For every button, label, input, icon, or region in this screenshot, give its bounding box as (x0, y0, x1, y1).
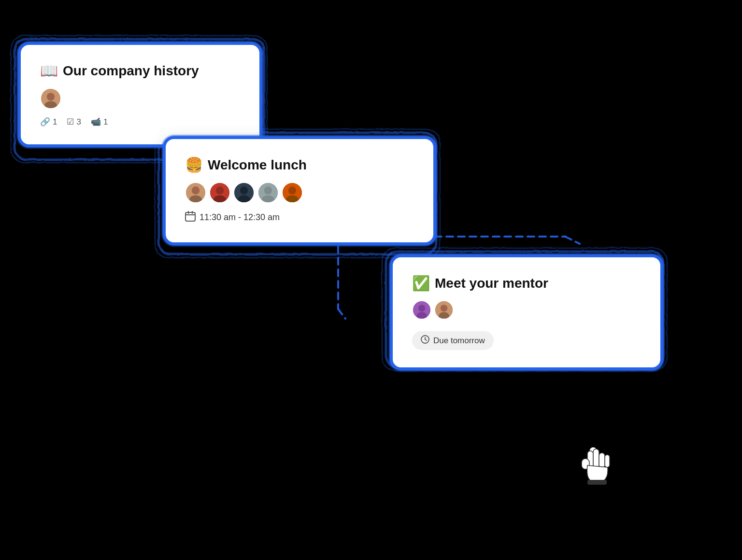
checkbox-icon: ☑ (67, 117, 74, 127)
card2-time: 11:30 am - 12:30 am (185, 211, 414, 224)
svg-rect-28 (186, 212, 195, 221)
svg-point-36 (441, 305, 447, 311)
svg-rect-42 (593, 449, 599, 468)
avatar-3-1 (412, 300, 431, 320)
card2-title: 🍔 Welcome lunch (185, 156, 414, 173)
tasks-count: ☑ 3 (67, 117, 81, 127)
svg-point-37 (439, 312, 449, 320)
avatar-2-3 (233, 182, 255, 203)
svg-rect-44 (605, 455, 610, 467)
hand-cursor (578, 444, 612, 483)
scene: 📖 Our company history 🔗 1 ☑ 3 📹 (0, 0, 742, 560)
svg-line-1 (565, 237, 580, 244)
svg-point-23 (264, 186, 272, 194)
links-value: 1 (53, 117, 57, 127)
card3-avatars (412, 300, 641, 320)
link-icon: 🔗 (40, 117, 50, 127)
video-icon: 📹 (91, 117, 101, 127)
avatar-1 (40, 88, 61, 109)
avatar-3-2 (434, 300, 454, 320)
avatar-2-4 (257, 182, 279, 203)
card3-title-text: Meet your mentor (435, 276, 548, 291)
avatar-2-5 (282, 182, 303, 203)
card1-title-text: Our company history (63, 63, 199, 79)
svg-line-40 (425, 339, 427, 340)
links-count: 🔗 1 (40, 117, 57, 127)
card2-avatars (185, 182, 414, 203)
card-meet-mentor[interactable]: ✅ Meet your mentor (391, 256, 662, 369)
card2-time-text: 11:30 am - 12:30 am (200, 212, 280, 223)
card2-emoji: 🍔 (185, 156, 203, 173)
due-text: Due tomorrow (433, 336, 485, 346)
card3-emoji: ✅ (412, 275, 430, 292)
clock-icon (421, 335, 429, 346)
svg-point-20 (240, 186, 248, 194)
svg-rect-43 (599, 453, 605, 468)
card1-meta: 🔗 1 ☑ 3 📹 1 (40, 117, 240, 127)
card-company-history[interactable]: 📖 Our company history 🔗 1 ☑ 3 📹 (19, 43, 261, 146)
card-welcome-lunch[interactable]: 🍔 Welcome lunch (164, 138, 435, 244)
videos-count: 📹 1 (91, 117, 108, 127)
videos-value: 1 (103, 117, 108, 127)
svg-point-17 (216, 186, 224, 194)
svg-point-34 (416, 312, 427, 320)
calendar-icon (185, 211, 196, 224)
avatar-2-1 (185, 182, 206, 203)
svg-rect-46 (587, 480, 607, 485)
card3-title: ✅ Meet your mentor (412, 275, 641, 292)
due-badge: Due tomorrow (412, 331, 494, 350)
svg-point-11 (47, 93, 55, 100)
svg-point-33 (418, 305, 425, 311)
card1-title: 📖 Our company history (40, 62, 240, 79)
svg-line-3 (338, 309, 345, 319)
card1-emoji: 📖 (40, 62, 58, 79)
svg-point-26 (288, 186, 296, 194)
tasks-value: 3 (76, 117, 81, 127)
card1-avatars (40, 88, 240, 109)
avatar-2-2 (209, 182, 230, 203)
svg-point-14 (192, 186, 200, 194)
card2-title-text: Welcome lunch (208, 157, 307, 173)
